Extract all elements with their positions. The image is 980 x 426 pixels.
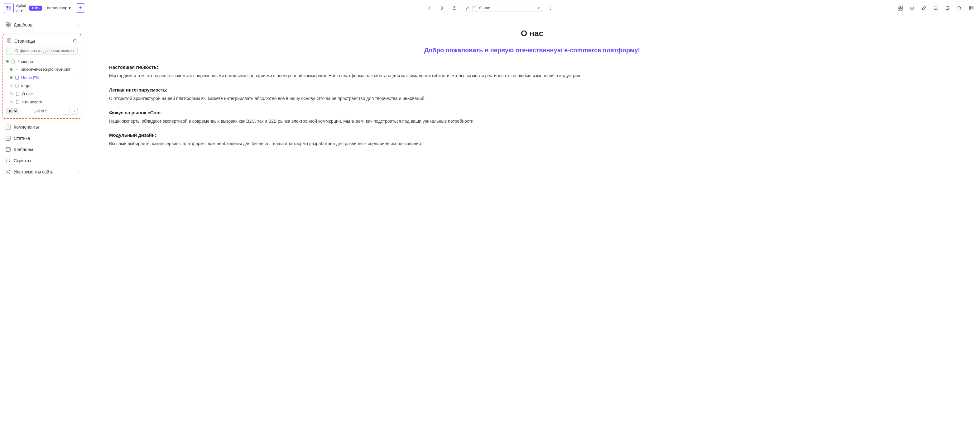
back-button[interactable] bbox=[425, 3, 434, 13]
content-section: Легкая интегрируемость: С открытой архит… bbox=[109, 87, 955, 103]
content-sections: Настоящая гибкость: Мы гордимся тем, что… bbox=[109, 65, 955, 147]
pages-footer: 102050 1–5 of 5 ‹ › bbox=[3, 106, 81, 116]
search-button[interactable] bbox=[955, 3, 964, 13]
page-name-o-nas: О нас bbox=[22, 92, 78, 96]
page-item-home-en[interactable]: Home EN › bbox=[3, 73, 81, 82]
refresh-button[interactable] bbox=[449, 3, 460, 13]
content-section: Настоящая гибкость: Мы гордимся тем, что… bbox=[109, 65, 955, 80]
sidebar-item-instrumenty[interactable]: Инструменты сайта › bbox=[0, 166, 84, 177]
main-layout: Дашборд › Страницы 🔍 bbox=[0, 16, 980, 426]
status-dot-home-en bbox=[10, 76, 13, 79]
page-item-o-nas[interactable]: ✎ О нас bbox=[3, 90, 81, 98]
sidebar-item-dashboard[interactable]: Дашборд › bbox=[0, 19, 84, 30]
url-bar[interactable]: О нас ▾ bbox=[462, 4, 543, 12]
svg-rect-25 bbox=[6, 148, 10, 149]
page-item-glavnaya[interactable]: Главная bbox=[3, 57, 81, 65]
url-chevron-icon: ▾ bbox=[538, 6, 539, 10]
next-page-button[interactable]: › bbox=[71, 108, 78, 115]
filter-wrap: 🔍 bbox=[3, 47, 81, 57]
per-page-selector[interactable]: 102050 bbox=[6, 108, 18, 114]
dashboard-section: Дашборд › bbox=[0, 16, 84, 33]
section-body: С открытой архитектурой нашей платформы … bbox=[109, 95, 955, 103]
svg-point-26 bbox=[7, 171, 9, 173]
svg-rect-1 bbox=[9, 6, 11, 8]
pages-panel: Страницы 🔍 Главная bbox=[3, 33, 81, 119]
shablony-icon bbox=[5, 146, 11, 153]
target-chevron-icon: › bbox=[76, 84, 78, 87]
topbar-right bbox=[895, 3, 976, 13]
svg-rect-0 bbox=[6, 6, 8, 8]
svg-rect-21 bbox=[16, 100, 19, 104]
dashboard-label: Дашборд bbox=[14, 22, 75, 27]
statika-icon bbox=[5, 135, 11, 141]
skripty-label: Скрипты bbox=[14, 158, 79, 163]
dashboard-chevron-icon: › bbox=[78, 23, 79, 27]
svg-rect-2 bbox=[6, 8, 8, 10]
sidebar-item-statika[interactable]: Статика bbox=[0, 133, 84, 144]
status-dot-glavnaya bbox=[6, 60, 9, 63]
prev-page-button[interactable]: ‹ bbox=[63, 108, 70, 115]
svg-rect-8 bbox=[900, 8, 902, 10]
sidebar: Дашборд › Страницы 🔍 bbox=[0, 16, 84, 426]
forward-button[interactable] bbox=[437, 3, 447, 13]
logo-text: digital chief_ bbox=[16, 3, 25, 13]
skripty-icon bbox=[5, 158, 11, 164]
sidebar-item-components[interactable]: Компоненты bbox=[0, 122, 84, 133]
file-icon-o-nas bbox=[15, 91, 20, 96]
pagination-nav: ‹ › bbox=[63, 108, 78, 115]
table-button[interactable] bbox=[966, 3, 976, 13]
logo: digital chief_ bbox=[4, 3, 25, 13]
statika-label: Статика bbox=[14, 136, 79, 141]
svg-rect-15 bbox=[8, 25, 10, 27]
edit-button[interactable] bbox=[919, 3, 929, 13]
section-title: Настоящая гибкость: bbox=[109, 65, 955, 70]
shablony-label: Шаблоны bbox=[14, 147, 79, 152]
page-item-target[interactable]: target › bbox=[3, 82, 81, 90]
pages-header: Страницы bbox=[3, 37, 81, 47]
globe-button[interactable] bbox=[943, 3, 953, 13]
pencil-icon bbox=[465, 6, 470, 10]
tree-icon-cms: ⌐ bbox=[14, 67, 19, 72]
instrumenty-icon bbox=[5, 169, 11, 175]
topbar: digital chief_ CMS demo-shop ▾ + О нас ▾… bbox=[0, 0, 980, 16]
pages-title: Страницы bbox=[14, 39, 70, 44]
page-name-chto-novogo: Что нового bbox=[22, 100, 78, 105]
file-icon-home-en bbox=[14, 75, 19, 80]
grid-view-button[interactable] bbox=[895, 3, 905, 13]
components-icon bbox=[5, 124, 11, 130]
pages-refresh-icon[interactable] bbox=[73, 39, 77, 44]
sidebar-item-shablony[interactable]: Шаблоны bbox=[0, 144, 84, 155]
sidebar-item-skripty[interactable]: Скрипты bbox=[0, 155, 84, 166]
status-dot-cms bbox=[10, 68, 13, 71]
url-text: О нас bbox=[479, 6, 535, 10]
content-area: О нас Добро пожаловать в первую отечеств… bbox=[84, 16, 980, 426]
page-title: О нас bbox=[109, 29, 955, 38]
page-item-cms-descriptor[interactable]: ⌐ cms-level-descriptor.level.xml bbox=[3, 65, 81, 73]
pages-icon bbox=[7, 38, 12, 44]
svg-rect-20 bbox=[16, 92, 19, 96]
more-button[interactable]: ⋮ bbox=[546, 3, 555, 13]
filter-input[interactable] bbox=[6, 47, 78, 55]
dashboard-icon bbox=[5, 22, 11, 28]
logo-icon bbox=[4, 3, 14, 13]
file-icon-target bbox=[14, 83, 19, 88]
cms-badge: CMS bbox=[29, 6, 42, 11]
content-section: Модульный дизайн: Вы сами выбираете, как… bbox=[109, 132, 955, 147]
section-body: Мы гордимся тем, что хорошо знакомы с со… bbox=[109, 72, 955, 80]
page-item-chto-novogo[interactable]: ✎ Что нового bbox=[3, 98, 81, 106]
status-dot-target bbox=[10, 84, 13, 87]
list-button[interactable] bbox=[931, 3, 941, 13]
components-label: Компоненты bbox=[14, 125, 79, 130]
home-en-chevron-icon: › bbox=[76, 76, 78, 79]
demo-shop-button[interactable]: demo-shop ▾ bbox=[45, 4, 73, 11]
section-title: Легкая интегрируемость: bbox=[109, 87, 955, 92]
section-title: Фокус на рынок eCom: bbox=[109, 110, 955, 115]
power-button[interactable] bbox=[907, 3, 917, 13]
add-button[interactable]: + bbox=[76, 3, 85, 13]
per-page-select[interactable]: 102050 bbox=[6, 108, 18, 114]
file-icon-glavnaya bbox=[11, 59, 16, 64]
svg-rect-19 bbox=[16, 84, 18, 87]
instrumenty-chevron-icon: › bbox=[78, 170, 79, 174]
instrumenty-label: Инструменты сайта bbox=[14, 169, 75, 174]
page-name-home-en: Home EN bbox=[21, 75, 75, 80]
